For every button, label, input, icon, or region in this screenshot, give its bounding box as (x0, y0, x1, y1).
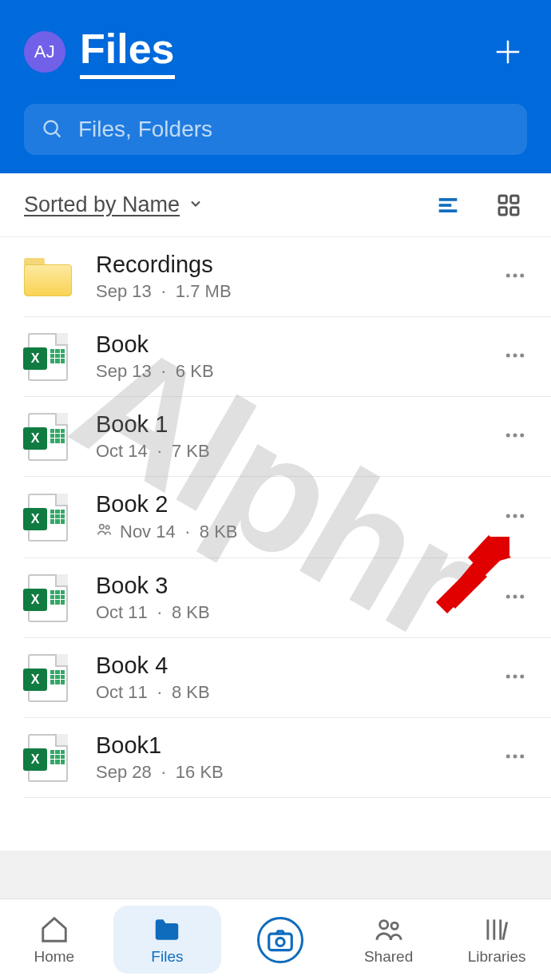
file-meta: Sep 131.7 MB (96, 281, 495, 302)
file-name: Book1 (96, 732, 495, 759)
file-row[interactable]: XBook 4Oct 118 KB (24, 638, 551, 718)
file-size: 7 KB (172, 441, 210, 462)
ellipsis-icon (503, 504, 527, 528)
more-actions-button[interactable] (495, 665, 527, 692)
file-meta: Sep 2816 KB (96, 762, 495, 783)
svg-rect-8 (511, 196, 518, 203)
file-row[interactable]: XBookSep 136 KB (24, 317, 551, 397)
file-size: 6 KB (176, 361, 214, 382)
file-date: Sep 13 (96, 281, 152, 302)
ellipsis-icon (503, 264, 527, 288)
file-row[interactable]: RecordingsSep 131.7 MB (24, 237, 551, 317)
svg-point-32 (513, 754, 517, 758)
add-button[interactable] (489, 33, 527, 71)
header: AJ Files (0, 0, 551, 173)
folder-icon (152, 915, 182, 945)
tab-home[interactable]: Home (0, 899, 109, 980)
ellipsis-icon (503, 744, 527, 768)
excel-file-icon: X (24, 734, 72, 782)
tab-files[interactable]: Files (113, 906, 222, 974)
file-date: Sep 28 (96, 762, 152, 783)
file-size: 16 KB (176, 762, 224, 783)
file-meta: Sep 136 KB (96, 361, 495, 382)
avatar[interactable]: AJ (24, 31, 65, 73)
svg-point-35 (276, 938, 284, 946)
file-date: Nov 14 (120, 522, 176, 542)
camera-ring (257, 917, 303, 963)
more-actions-button[interactable] (495, 264, 527, 291)
plus-icon (493, 37, 523, 67)
grid-view-button[interactable] (490, 187, 527, 224)
list-view-icon (434, 192, 462, 219)
list-view-button[interactable] (430, 187, 466, 224)
svg-point-27 (520, 594, 524, 598)
search-input[interactable] (78, 117, 509, 142)
file-meta: Oct 118 KB (96, 602, 495, 623)
more-actions-button[interactable] (495, 504, 527, 531)
svg-point-22 (506, 514, 510, 518)
svg-line-41 (503, 922, 507, 939)
shared-icon (96, 521, 113, 543)
more-actions-button[interactable] (495, 343, 527, 371)
page-title[interactable]: Files (80, 25, 175, 79)
sort-label[interactable]: Sorted by Name (24, 192, 180, 217)
bottom-spacer (0, 851, 551, 899)
file-meta: Nov 148 KB (96, 521, 495, 543)
file-meta: Oct 118 KB (96, 682, 495, 703)
svg-point-15 (513, 353, 517, 357)
ellipsis-icon (503, 665, 527, 688)
tab-shared[interactable]: Shared (335, 899, 443, 980)
file-date: Oct 11 (96, 602, 148, 623)
file-row[interactable]: XBook 3Oct 118 KB (24, 558, 551, 638)
home-icon (39, 915, 69, 945)
sort-bar: Sorted by Name (0, 173, 551, 237)
file-name: Book 2 (96, 491, 495, 518)
svg-point-30 (520, 674, 524, 678)
svg-point-18 (513, 433, 517, 437)
svg-point-24 (520, 514, 524, 518)
svg-point-12 (513, 273, 517, 277)
svg-point-20 (100, 525, 104, 530)
svg-point-37 (391, 922, 398, 929)
search-bar[interactable] (24, 104, 527, 155)
more-actions-button[interactable] (495, 423, 527, 450)
file-row[interactable]: XBook1Sep 2816 KB (24, 718, 551, 798)
excel-file-icon: X (24, 413, 72, 461)
svg-point-23 (513, 514, 517, 518)
svg-rect-7 (499, 196, 506, 203)
tab-libraries[interactable]: Libraries (442, 899, 551, 980)
more-actions-button[interactable] (495, 744, 527, 772)
tab-shared-label: Shared (364, 948, 413, 966)
more-actions-button[interactable] (495, 585, 527, 612)
grid-view-icon (496, 192, 521, 218)
svg-point-19 (520, 433, 524, 437)
file-size: 8 KB (172, 602, 210, 623)
file-meta: Oct 147 KB (96, 441, 495, 462)
svg-point-36 (379, 920, 387, 928)
excel-file-icon: X (24, 654, 72, 702)
file-size: 8 KB (200, 522, 238, 542)
file-row[interactable]: XBook 2Nov 148 KB (24, 477, 551, 558)
ellipsis-icon (503, 343, 527, 367)
ellipsis-icon (503, 423, 527, 447)
excel-file-icon: X (24, 494, 72, 542)
svg-point-2 (45, 121, 57, 134)
svg-point-33 (520, 754, 524, 758)
tab-home-label: Home (34, 948, 74, 966)
tab-files-label: Files (151, 948, 183, 966)
svg-line-3 (56, 133, 61, 137)
file-name: Recordings (96, 252, 495, 278)
svg-rect-10 (511, 207, 518, 214)
file-row[interactable]: XBook 1Oct 147 KB (24, 397, 551, 477)
excel-file-icon: X (24, 574, 72, 622)
svg-point-14 (506, 353, 510, 357)
file-name: Book 1 (96, 411, 495, 438)
file-list: RecordingsSep 131.7 MBXBookSep 136 KBXBo… (0, 237, 551, 798)
camera-icon (265, 925, 295, 955)
svg-point-11 (506, 273, 510, 277)
excel-file-icon: X (24, 333, 72, 381)
file-name: Book 4 (96, 653, 495, 679)
tab-camera[interactable] (226, 899, 335, 980)
svg-point-13 (520, 273, 524, 277)
file-name: Book 3 (96, 573, 495, 599)
